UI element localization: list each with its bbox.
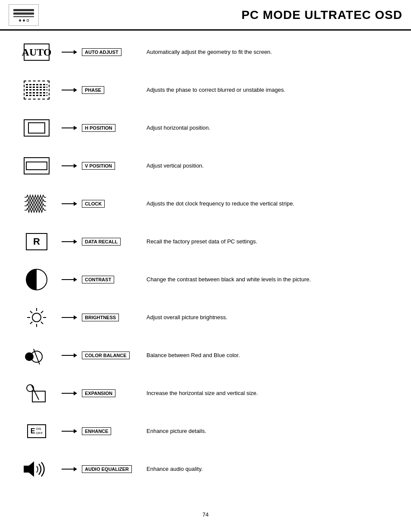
list-item: H POSITION Adjust horizontal position. [17,115,394,141]
desc-auto-adjust: Automatically adjust the geometry to fit… [138,48,394,56]
audio-icon [17,460,56,479]
list-item: V POSITION Adjust vertical position. [17,153,394,179]
svg-line-8 [30,322,32,324]
label-brightness: BRIGHTNESS [82,314,138,321]
list-item: AUTO AUTO ADJUST Automatically adjust th… [17,39,394,65]
list-item: E ON OFF ENHANCE Enhance picture details… [17,418,394,444]
desc-contrast: Change the contrast between black and wh… [138,275,394,284]
list-item: CLOCK Adjusts the dot clock frequency to… [17,191,394,217]
arrow-hposition [56,128,82,128]
arrow-phase [56,90,82,90]
logo-line-3 [13,16,34,17]
label-enhance: ENHANCE [82,427,138,435]
label-colorbalance: COLOR BALANCE [82,352,138,359]
logo-dots [19,19,29,22]
label-vposition: V POSITION [82,162,138,170]
expansion-icon [17,382,56,405]
list-item: AUDIO EQUALIZER Enhance audio quality. [17,456,394,482]
arrow-colorbalance [56,355,82,356]
desc-brightness: Adjust overall picture brightness. [138,313,394,322]
arrow-expansion [56,393,82,394]
desc-datarecall: Recall the factory preset data of PC set… [138,237,394,246]
page-footer: 74 [0,511,411,518]
arrow-contrast [56,279,82,280]
page-number: 74 [202,511,209,518]
label-expansion: EXPANSION [82,389,138,397]
page-title: PC MODE ULTRATEC OSD [39,8,402,22]
svg-line-6 [41,322,43,324]
desc-clock: Adjusts the dot clock frequency to reduc… [138,199,394,208]
clock-icon [17,193,56,215]
arrow-audio [56,469,82,470]
list-item: BRIGHTNESS Adjust overall picture bright… [17,305,394,330]
label-contrast: CONTRAST [82,276,138,283]
arrow-brightness [56,317,82,318]
svg-line-5 [30,311,32,313]
label-auto-adjust: AUTO ADJUST [82,48,138,56]
svg-rect-13 [32,391,45,402]
page-header: PC MODE ULTRATEC OSD [0,0,411,31]
hposition-icon [17,119,56,137]
list-item: PHASE Adjusts the phase to correct blurr… [17,77,394,103]
desc-enhance: Enhance picture details. [138,427,394,436]
arrow-vposition [56,165,82,166]
colorbalance-icon [17,345,56,366]
label-clock: CLOCK [82,200,138,208]
label-phase: PHASE [82,86,138,94]
logo-line-1 [13,9,34,11]
desc-expansion: Increase the horizontal size and vertica… [138,389,394,398]
auto-icon: AUTO [17,44,56,61]
logo-dot-2 [23,19,25,22]
desc-phase: Adjusts the phase to correct blurred or … [138,86,394,94]
logo-line-2 [13,12,34,15]
label-datarecall: DATA RECALL [82,238,138,246]
desc-vposition: Adjust vertical position. [138,162,394,170]
main-content: AUTO AUTO ADJUST Automatically adjust th… [0,31,411,503]
phase-icon [17,81,56,100]
vposition-icon [17,157,56,174]
label-hposition: H POSITION [82,124,138,132]
desc-audio: Enhance audio quality. [138,465,394,473]
list-item: CONTRAST Change the contrast between bla… [17,267,394,292]
enhance-icon: E ON OFF [17,424,56,438]
svg-point-0 [32,313,41,322]
arrow-enhance [56,431,82,432]
list-item: R DATA RECALL Recall the factory preset … [17,229,394,255]
list-item: EXPANSION Increase the horizontal size a… [17,380,394,406]
arrow-datarecall [56,241,82,242]
svg-line-7 [41,311,43,313]
desc-hposition: Adjust horizontal position. [138,124,394,132]
brightness-icon [17,306,56,330]
desc-colorbalance: Balance between Red and Blue color. [138,351,394,360]
svg-marker-16 [29,461,34,477]
svg-rect-15 [24,466,29,473]
list-item: COLOR BALANCE Balance between Red and Bl… [17,342,394,368]
contrast-icon [17,269,56,290]
datarecall-icon: R [17,233,56,250]
logo-square [27,19,29,22]
arrow-clock [56,203,82,204]
device-logo [9,4,39,26]
logo-dot-1 [19,19,21,22]
arrow-auto [56,52,82,53]
label-audio: AUDIO EQUALIZER [82,465,138,473]
